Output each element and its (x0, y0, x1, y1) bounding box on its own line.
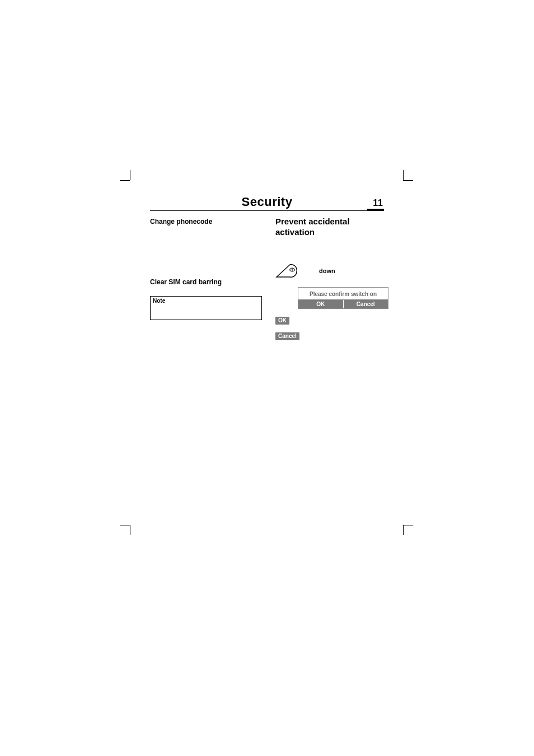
softkey-ok[interactable]: OK (275, 317, 289, 325)
page-header: Security 11 (150, 195, 384, 211)
confirm-dialog-message: Please confirm switch on (298, 288, 388, 299)
softkey-cancel[interactable]: Cancel (275, 332, 299, 340)
hold-down-label: down (319, 267, 335, 274)
on-off-key-icon (275, 264, 298, 278)
right-column: Prevent accidental activation down Pleas… (275, 217, 388, 340)
page-title: Security (242, 195, 293, 209)
manual-page: Security 11 Change phonecode Clear SIM c… (150, 195, 384, 340)
heading-clear-sim-barring: Clear SIM card barring (150, 278, 262, 286)
page-number: 11 (367, 198, 384, 211)
dialog-cancel-button[interactable]: Cancel (343, 300, 388, 308)
note-label: Note (153, 298, 165, 304)
note-box: Note (150, 296, 262, 320)
heading-prevent-accidental: Prevent accidental activation (275, 217, 388, 238)
dialog-ok-button[interactable]: OK (298, 300, 343, 308)
left-column: Change phonecode Clear SIM card barring … (150, 217, 262, 340)
confirm-dialog: Please confirm switch on OK Cancel (298, 287, 388, 309)
heading-change-phonecode: Change phonecode (150, 218, 262, 226)
